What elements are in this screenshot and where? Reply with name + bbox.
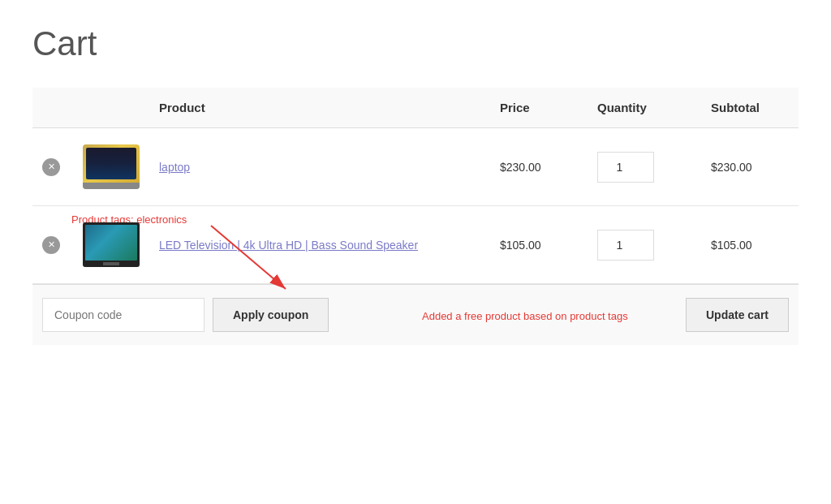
cart-table: Product Price Quantity Subtotal lapt xyxy=(32,88,799,284)
col-header-quantity: Quantity xyxy=(588,88,701,128)
laptop-image-cell xyxy=(73,128,149,206)
col-header-image xyxy=(73,88,149,128)
tv-price: $105.00 xyxy=(490,206,588,284)
tv-image xyxy=(83,222,140,267)
laptop-product-link[interactable]: laptop xyxy=(159,161,190,174)
laptop-quantity-input[interactable] xyxy=(597,152,654,183)
tv-subtotal: $105.00 xyxy=(701,206,799,284)
laptop-image xyxy=(83,144,140,189)
coupon-input[interactable] xyxy=(42,298,205,332)
tv-product-link[interactable]: LED Television | 4k Ultra HD | Bass Soun… xyxy=(159,239,418,252)
tv-product-cell: LED Television | 4k Ultra HD | Bass Soun… xyxy=(149,206,490,284)
col-header-remove xyxy=(32,88,73,128)
free-product-annotation: Added a free product based on product ta… xyxy=(422,310,628,322)
laptop-qty-cell xyxy=(588,128,701,206)
remove-tv-cell xyxy=(32,206,73,284)
laptop-price: $230.00 xyxy=(490,128,588,206)
table-row: laptop $230.00 $230.00 xyxy=(32,128,799,206)
apply-coupon-button[interactable]: Apply coupon xyxy=(213,298,329,332)
update-cart-button[interactable]: Update cart xyxy=(686,298,789,332)
tv-qty-cell xyxy=(588,206,701,284)
cart-footer: Apply coupon Update cart xyxy=(32,284,799,345)
remove-cell xyxy=(32,128,73,206)
col-header-subtotal: Subtotal xyxy=(701,88,799,128)
col-header-price: Price xyxy=(490,88,588,128)
col-header-product: Product xyxy=(149,88,490,128)
page-title: Cart xyxy=(32,24,799,63)
laptop-product-cell: laptop xyxy=(149,128,490,206)
laptop-subtotal: $230.00 xyxy=(701,128,799,206)
remove-tv-button[interactable] xyxy=(42,236,60,254)
tv-quantity-input[interactable] xyxy=(597,230,654,261)
remove-laptop-button[interactable] xyxy=(42,158,60,176)
